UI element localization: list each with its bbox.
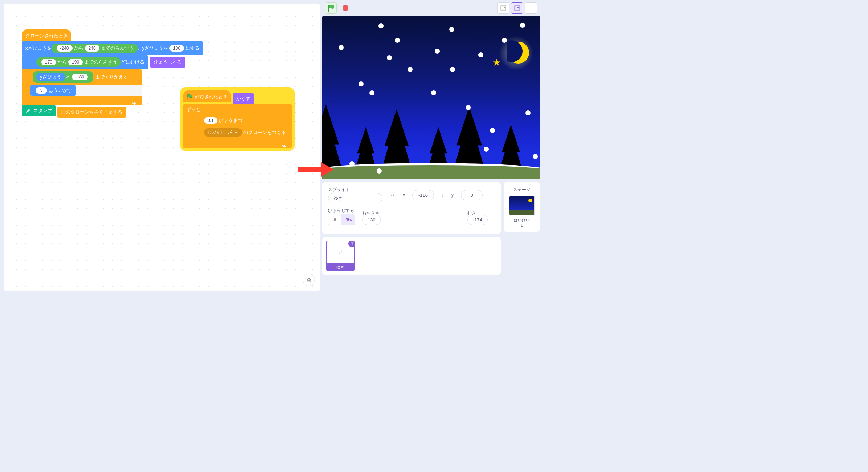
- reporter-y-position[interactable]: yざひょう: [36, 73, 65, 81]
- stage-canvas[interactable]: ★: [322, 16, 540, 179]
- backdrop-count: 1: [508, 223, 536, 227]
- block-repeat-until[interactable]: yざひょう < -180 までくりかえす 5 ほうごかす: [22, 69, 142, 105]
- snowflake: [484, 147, 489, 152]
- dropdown-clone-target[interactable]: じぶんじしん: [204, 128, 242, 137]
- input-neg180[interactable]: -180: [72, 74, 88, 80]
- snowflake: [349, 161, 355, 166]
- snowflake: [450, 67, 455, 72]
- operator-random-x[interactable]: -240 から 240 までのらんすう: [52, 44, 138, 53]
- block-hide[interactable]: かくす: [233, 93, 254, 104]
- show-sprite-button[interactable]: 👁: [328, 214, 341, 225]
- moon-icon: [507, 40, 529, 66]
- stage-header: ⛶: [322, 0, 540, 16]
- fullscreen-button[interactable]: ⛶: [525, 2, 537, 14]
- scripts-panel[interactable]: クローンされたとき xざひょうを -240 から 240 までのらんすう 、yざ…: [4, 4, 320, 291]
- svg-rect-4: [517, 7, 519, 8]
- sprite-tile-yuki[interactable]: 🗑 ゆき: [326, 241, 355, 271]
- block-forever[interactable]: ずっと 0.1 びょうまつ じぶんじしん のクローンをつくる: [183, 104, 292, 148]
- snowflake: [378, 23, 384, 28]
- snowflake: [478, 52, 483, 57]
- script-when-cloned[interactable]: クローンされたとき xざひょうを -240 から 240 までのらんすう 、yざ…: [22, 29, 203, 118]
- sprite-size-input[interactable]: 130: [362, 215, 381, 225]
- svg-marker-6: [321, 162, 334, 177]
- annotation-arrow-icon: [298, 157, 334, 182]
- svg-rect-1: [501, 6, 506, 10]
- snowflake: [377, 168, 382, 174]
- snowflake: [359, 81, 364, 86]
- stop-button[interactable]: [340, 2, 351, 14]
- snowflake: [490, 128, 495, 133]
- input-dir-from[interactable]: 170: [41, 59, 56, 65]
- block-stamp[interactable]: スタンプ: [22, 105, 56, 116]
- block-move-steps[interactable]: 5 ほうごかす: [30, 85, 76, 96]
- large-stage-button[interactable]: [511, 2, 523, 14]
- block-delete-clone[interactable]: このクローンをさくじょする: [57, 107, 126, 118]
- block-goto-random[interactable]: xざひょうを -240 から 240 までのらんすう 、yざひょうを 180 に…: [22, 41, 203, 55]
- hat-when-cloned[interactable]: クローンされたとき: [22, 29, 71, 41]
- sprite-direction-input[interactable]: -174: [467, 215, 488, 225]
- input-move-steps[interactable]: 5: [36, 87, 47, 94]
- pen-icon: [25, 108, 31, 114]
- snowflake: [339, 45, 344, 50]
- block-show[interactable]: ひょうじする: [150, 57, 185, 68]
- input-goto-y[interactable]: 180: [169, 45, 184, 52]
- snowflake: [387, 55, 392, 60]
- operator-less-than[interactable]: yざひょう < -180: [33, 71, 93, 83]
- input-wait-secs[interactable]: 0.1: [204, 117, 217, 124]
- svg-marker-0: [343, 5, 348, 11]
- snowflake: [395, 38, 400, 43]
- input-rand-x-from[interactable]: -240: [57, 45, 73, 52]
- snowflake: [466, 105, 471, 110]
- snowflake: [533, 154, 538, 159]
- stage-info-panel[interactable]: ステージ はいけい 1: [504, 182, 540, 232]
- input-rand-x-to[interactable]: 240: [85, 45, 99, 52]
- snowflake: [520, 23, 525, 28]
- stage-thumbnail[interactable]: [509, 196, 535, 215]
- operator-random-dir[interactable]: 170 から 190 までのらんすう: [36, 57, 121, 67]
- snowflake: [431, 90, 436, 95]
- loop-arrow-icon: [131, 99, 137, 105]
- script-when-flag-clicked[interactable]: がおされたとき かくす ずっと 0.1 びょうまつ じぶんじしん のクローンをつ…: [181, 89, 293, 150]
- sprite-y-input[interactable]: 3: [461, 190, 483, 200]
- sprite-list: 🗑 ゆき: [322, 237, 501, 275]
- loop-arrow-icon: [282, 142, 287, 147]
- block-wait[interactable]: 0.1 びょうまつ: [199, 115, 246, 126]
- sprite-info-panel: スプライト ↔ x -116 ↕ y 3 ひょうじする: [322, 182, 501, 234]
- block-create-clone[interactable]: じぶんじしん のクローンをつくる: [199, 126, 290, 139]
- input-dir-to[interactable]: 190: [68, 59, 83, 65]
- hide-sprite-button[interactable]: 👁: [341, 214, 355, 225]
- stage-title: ステージ: [508, 187, 536, 193]
- hat-when-flag[interactable]: がおされたとき: [183, 90, 231, 102]
- green-flag-button[interactable]: [325, 2, 337, 14]
- snowflake: [525, 110, 531, 115]
- small-stage-button[interactable]: [497, 2, 509, 14]
- svg-rect-2: [504, 7, 505, 8]
- sprite-x-input[interactable]: -116: [412, 190, 434, 200]
- snowflake: [369, 90, 374, 95]
- green-flag-icon: [187, 94, 193, 100]
- sprite-label: スプライト: [328, 187, 382, 193]
- snowflake: [408, 67, 413, 72]
- show-label: ひょうじする: [328, 208, 355, 214]
- snowflake: [449, 27, 454, 32]
- ground: [322, 163, 540, 179]
- zoom-in-button[interactable]: ⊕: [303, 274, 315, 286]
- star-icon: ★: [492, 57, 501, 68]
- snowflake: [435, 49, 440, 54]
- snowflake: [502, 38, 507, 43]
- sprite-name-input[interactable]: [328, 193, 382, 203]
- block-point-direction[interactable]: 170 から 190 までのらんすう どにむける: [22, 55, 148, 69]
